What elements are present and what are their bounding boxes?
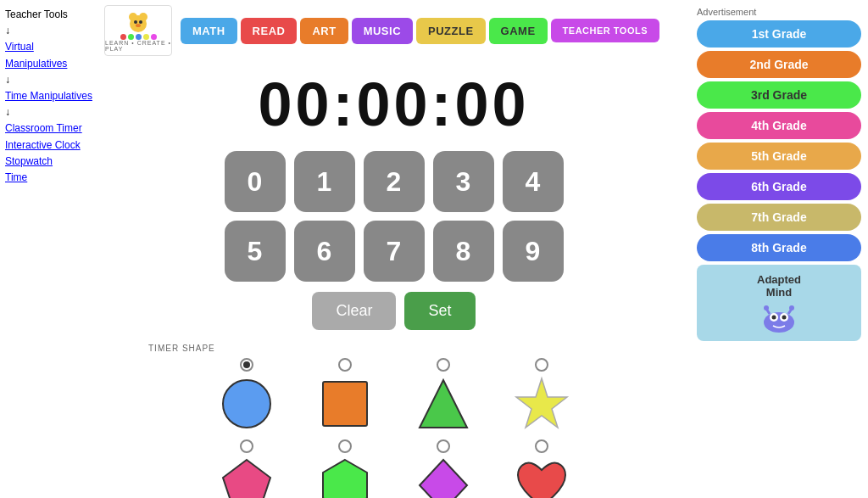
- svg-marker-13: [420, 460, 467, 498]
- svg-marker-10: [516, 378, 567, 428]
- logo-area: LEARN • CREATE • PLAY: [104, 5, 172, 56]
- sidebar-teacher-tools: Teacher Tools: [5, 7, 92, 23]
- shape-option-star: [499, 358, 584, 433]
- shape-option-triangle: [401, 358, 486, 433]
- sidebar-time-manipulatives[interactable]: Time Manipulatives: [5, 88, 92, 104]
- sidebar-stopwatch[interactable]: Stopwatch: [5, 154, 92, 170]
- nav-game-button[interactable]: GAME: [489, 18, 548, 44]
- shape-option-diamond: [401, 439, 486, 498]
- num-button-9[interactable]: 9: [503, 221, 564, 282]
- svg-point-2: [139, 13, 147, 21]
- timer-area: 00:00:00 0 1 2 3 4 5 6 7 8 9 Clear Set T…: [97, 61, 690, 498]
- num-button-7[interactable]: 7: [364, 221, 425, 282]
- nav-math-button[interactable]: MATH: [181, 18, 237, 44]
- grade-button-8th-grade[interactable]: 8th Grade: [697, 234, 861, 261]
- grade-button-5th-grade[interactable]: 5th Grade: [697, 143, 861, 170]
- adapted-mind-inner: Adapted Mind: [702, 273, 856, 333]
- svg-point-3: [134, 20, 137, 24]
- shape-radio-star[interactable]: [535, 358, 548, 372]
- logo-dots: [120, 34, 157, 40]
- num-button-4[interactable]: 4: [503, 151, 564, 212]
- sidebar-interactive-clock[interactable]: Interactive Clock: [5, 137, 92, 154]
- logo[interactable]: LEARN • CREATE • PLAY: [104, 5, 172, 56]
- svg-marker-12: [323, 460, 367, 498]
- logo-bear-icon: [126, 10, 150, 34]
- shape-option-square: [303, 358, 387, 433]
- shape-radio-square[interactable]: [338, 358, 352, 372]
- shape-option-circle: [204, 358, 289, 433]
- ad-panel: Advertisement 1st Grade2nd Grade3rd Grad…: [690, 0, 868, 498]
- shape-heart-icon: [513, 456, 570, 498]
- shape-circle-icon: [218, 375, 275, 433]
- svg-point-5: [136, 24, 141, 27]
- svg-point-22: [789, 305, 794, 311]
- sidebar: Teacher Tools ↓ Virtual Manipulatives ↓ …: [0, 0, 97, 498]
- adapted-mind-text: Adapted Mind: [757, 273, 801, 299]
- shape-radio-hexagon[interactable]: [338, 439, 352, 453]
- shape-radio-pentagon[interactable]: [240, 439, 253, 453]
- ad-label: Advertisement: [697, 7, 861, 17]
- nav-puzzle-button[interactable]: PUZZLE: [416, 18, 486, 44]
- adapted-line1: Adapted: [757, 273, 801, 286]
- grade-button-2nd-grade[interactable]: 2nd Grade: [697, 51, 861, 78]
- sidebar-time[interactable]: Time: [5, 170, 92, 186]
- grade-buttons: 1st Grade2nd Grade3rd Grade4th Grade5th …: [697, 20, 861, 261]
- shape-square-icon: [316, 375, 374, 433]
- svg-point-18: [782, 316, 787, 320]
- shape-radio-circle[interactable]: [240, 358, 253, 372]
- sidebar-classroom-timer[interactable]: Classroom Timer: [5, 120, 92, 137]
- svg-point-14: [764, 312, 794, 333]
- adapted-mind-button[interactable]: Adapted Mind: [697, 265, 861, 341]
- nav-read-button[interactable]: READ: [241, 18, 298, 44]
- timer-shape-label: TIMER SHAPE: [148, 344, 215, 353]
- adapted-line2: Mind: [766, 286, 792, 299]
- shape-star-icon: [513, 375, 570, 433]
- num-button-1[interactable]: 1: [294, 151, 355, 212]
- shape-radio-heart[interactable]: [535, 439, 548, 453]
- num-button-5[interactable]: 5: [225, 221, 286, 282]
- svg-marker-11: [223, 460, 270, 498]
- sidebar-arrow1: ↓: [5, 23, 92, 39]
- sidebar-arrow3: ↓: [5, 104, 92, 120]
- timer-display: 00:00:00: [258, 70, 529, 139]
- main-content: LEARN • CREATE • PLAY MATH READ ART MUSI…: [97, 0, 690, 498]
- num-button-6[interactable]: 6: [294, 221, 355, 282]
- grade-button-3rd-grade[interactable]: 3rd Grade: [697, 81, 861, 109]
- svg-point-17: [772, 316, 776, 320]
- shape-radio-triangle[interactable]: [437, 358, 450, 372]
- shape-pentagon-icon: [218, 456, 275, 498]
- grade-button-1st-grade[interactable]: 1st Grade: [697, 20, 861, 48]
- num-button-0[interactable]: 0: [225, 151, 286, 212]
- num-button-2[interactable]: 2: [364, 151, 425, 212]
- shape-option-pentagon: [204, 439, 289, 498]
- sidebar-arrow2: ↓: [5, 72, 92, 88]
- grade-button-6th-grade[interactable]: 6th Grade: [697, 173, 861, 200]
- shape-radio-diamond[interactable]: [437, 439, 450, 453]
- shape-hexagon-icon: [316, 456, 374, 498]
- num-button-8[interactable]: 8: [433, 221, 494, 282]
- svg-point-4: [139, 20, 142, 24]
- top-navigation: LEARN • CREATE • PLAY MATH READ ART MUSI…: [97, 0, 690, 61]
- nav-music-button[interactable]: MUSIC: [352, 18, 413, 44]
- svg-rect-8: [323, 382, 367, 426]
- shape-option-hexagon: [303, 439, 387, 498]
- action-row: Clear Set: [312, 292, 475, 330]
- svg-point-1: [129, 13, 137, 21]
- grade-button-7th-grade[interactable]: 7th Grade: [697, 204, 861, 231]
- set-button[interactable]: Set: [404, 292, 475, 330]
- nav-art-button[interactable]: ART: [300, 18, 348, 44]
- logo-tagline: LEARN • CREATE • PLAY: [105, 40, 171, 52]
- shape-triangle-icon: [415, 375, 472, 433]
- grade-button-4th-grade[interactable]: 4th Grade: [697, 112, 861, 139]
- numpad: 0 1 2 3 4 5 6 7 8 9: [225, 151, 564, 282]
- adapted-mind-monster-icon: [758, 299, 800, 333]
- svg-marker-9: [420, 380, 467, 428]
- num-button-3[interactable]: 3: [433, 151, 494, 212]
- shape-diamond-icon: [415, 456, 472, 498]
- shapes-grid: [204, 358, 584, 498]
- svg-point-21: [764, 305, 769, 311]
- nav-teacher-tools-button[interactable]: TEACHER TOOLS: [551, 19, 659, 42]
- sidebar-virtual-manipulatives[interactable]: Virtual Manipulatives: [5, 39, 92, 71]
- clear-button[interactable]: Clear: [312, 292, 396, 330]
- shape-option-heart: [499, 439, 584, 498]
